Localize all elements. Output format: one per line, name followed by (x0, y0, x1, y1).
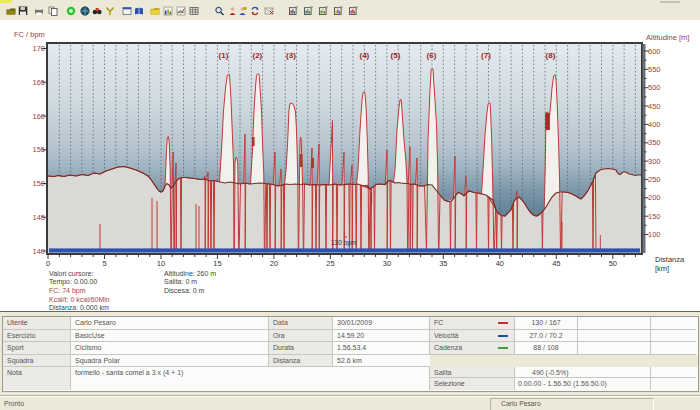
svg-text:550: 550 (648, 65, 661, 74)
svg-text:35: 35 (439, 259, 447, 268)
svg-text:FC / bpm: FC / bpm (14, 30, 45, 39)
svg-text:(4): (4) (360, 51, 370, 60)
svg-text:30: 30 (383, 259, 391, 268)
svg-text:100: 100 (648, 230, 661, 239)
svg-text:5: 5 (102, 259, 106, 268)
svg-text:Distanza: Distanza (655, 255, 685, 264)
svg-text:600: 600 (648, 47, 661, 56)
svg-text:(3): (3) (286, 51, 296, 60)
svg-text:200: 200 (648, 193, 661, 202)
svg-text:500: 500 (648, 83, 661, 92)
svg-text:45: 45 (552, 259, 560, 268)
svg-text:(5): (5) (391, 51, 401, 60)
svg-text:250: 250 (648, 175, 661, 184)
svg-text:0: 0 (46, 259, 50, 268)
svg-text:10: 10 (157, 259, 165, 268)
svg-text:(2): (2) (253, 51, 263, 60)
svg-text:350: 350 (648, 138, 661, 147)
svg-text:450: 450 (648, 102, 661, 111)
svg-text:(7): (7) (481, 51, 491, 60)
svg-text:40: 40 (496, 259, 504, 268)
svg-text:(1): (1) (219, 51, 229, 60)
svg-text:FC: 74 bpm: FC: 74 bpm (49, 287, 86, 295)
svg-text:50: 50 (609, 259, 617, 268)
svg-text:Salita: 0 m: Salita: 0 m (164, 278, 197, 285)
svg-text:25: 25 (326, 259, 334, 268)
svg-text:(8): (8) (546, 51, 556, 60)
svg-text:15: 15 (213, 259, 221, 268)
svg-text:Altitudine [m]: Altitudine [m] (646, 33, 689, 42)
svg-text:150: 150 (648, 212, 661, 221)
svg-text:Tempo: 0.00.00: Tempo: 0.00.00 (49, 278, 97, 286)
svg-text:300: 300 (648, 157, 661, 166)
svg-text:Kcal/t: 0 kcal/60Min: Kcal/t: 0 kcal/60Min (49, 296, 110, 303)
svg-text:Discesa: 0 m: Discesa: 0 m (164, 287, 205, 294)
svg-text:Valori cursore:: Valori cursore: (49, 270, 94, 277)
svg-text:20: 20 (270, 259, 278, 268)
svg-text:(6): (6) (427, 51, 437, 60)
svg-text:Altitudine: 260 m: Altitudine: 260 m (164, 270, 216, 277)
svg-text:[km]: [km] (655, 264, 669, 273)
svg-text:400: 400 (648, 120, 661, 129)
svg-text:Distanza: 0.000 km: Distanza: 0.000 km (49, 304, 109, 311)
svg-text:130 bpm: 130 bpm (331, 239, 356, 247)
